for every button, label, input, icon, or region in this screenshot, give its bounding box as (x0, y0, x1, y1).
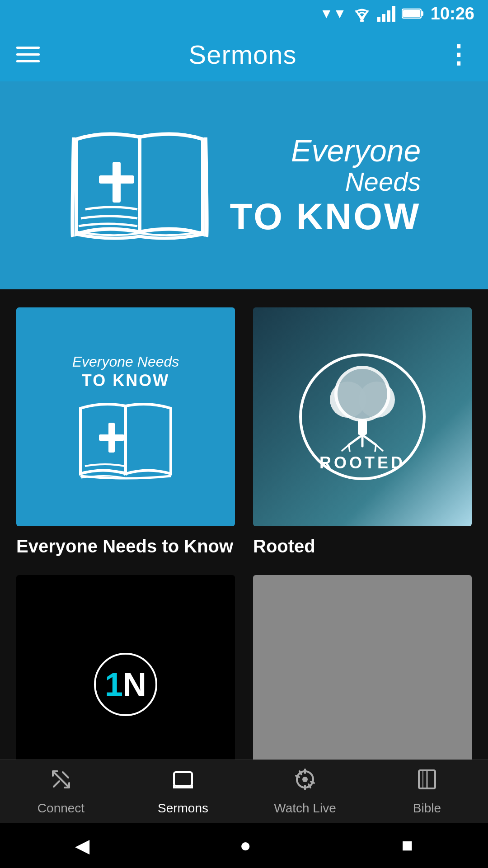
one-n-logo: 1N (89, 653, 162, 716)
svg-rect-6 (392, 6, 395, 22)
status-icons: ▼▼ 10:26 (319, 4, 474, 24)
sermons-icon (171, 768, 195, 797)
svg-rect-8 (421, 11, 423, 16)
svg-rect-15 (99, 434, 124, 441)
wifi-icon (353, 6, 371, 22)
svg-point-32 (302, 777, 308, 782)
connect-icon (49, 768, 73, 797)
signal-icon (377, 6, 395, 22)
sermon-card-entk[interactable]: Everyone NeedsTO KNOW Everyone Needs to … (16, 307, 235, 557)
svg-rect-12 (99, 175, 134, 184)
nav-item-sermons[interactable]: Sermons (122, 768, 244, 816)
sermon-card-rooted[interactable]: Rooted Rooted (253, 307, 472, 557)
rooted-label-text: Rooted (319, 453, 405, 472)
sermon-thumb-entk: Everyone NeedsTO KNOW (16, 307, 235, 526)
app-bar: Sermons ⋮ (0, 27, 488, 81)
svg-line-31 (311, 782, 314, 783)
sermon-thumb-rooted: Rooted (253, 307, 472, 526)
hero-text: Everyone Needs TO KNOW (230, 134, 421, 237)
svg-line-30 (296, 776, 299, 777)
svg-line-21 (54, 781, 59, 787)
rooted-circle: Rooted (299, 354, 426, 480)
bible-icon (415, 768, 439, 797)
sermon-title-entk: Everyone Needs to Know (16, 535, 235, 557)
battery-icon (402, 7, 424, 20)
hero-line2: Needs (230, 167, 421, 196)
svg-rect-20 (358, 419, 367, 435)
status-bar: ▼▼ 10:26 (0, 0, 488, 27)
hero-banner: Everyone Needs TO KNOW (0, 81, 488, 289)
system-nav: ◀ ● ■ (0, 823, 488, 868)
nav-item-watchlive[interactable]: Watch Live (244, 768, 366, 816)
svg-rect-9 (403, 10, 420, 17)
nav-label-connect: Connect (38, 801, 84, 816)
svg-point-19 (338, 369, 387, 419)
hero-line3: TO KNOW (230, 196, 421, 237)
hero-book-icon (67, 117, 212, 254)
entk-thumb-text: Everyone NeedsTO KNOW (72, 353, 179, 390)
hero-line1: Everyone (230, 134, 421, 168)
svg-line-22 (63, 772, 68, 778)
page-title: Sermons (188, 39, 296, 70)
bottom-nav: Connect Sermons Watch Live (0, 760, 488, 823)
recent-button[interactable]: ■ (401, 835, 413, 856)
nav-label-bible: Bible (413, 801, 441, 816)
nav-item-connect[interactable]: Connect (0, 768, 122, 816)
nav-label-sermons: Sermons (158, 801, 208, 816)
svg-rect-3 (377, 17, 380, 22)
sermon-title-rooted: Rooted (253, 535, 472, 557)
svg-rect-4 (382, 14, 385, 22)
nav-label-watchlive: Watch Live (274, 801, 336, 816)
more-options-button[interactable]: ⋮ (446, 40, 472, 69)
nav-item-bible[interactable]: Bible (366, 768, 488, 816)
wifi-icon: ▼▼ (319, 6, 346, 21)
back-button[interactable]: ◀ (75, 835, 89, 857)
svg-rect-5 (387, 10, 390, 22)
sermon-grid: Everyone NeedsTO KNOW Everyone Needs to … (0, 289, 488, 821)
home-button[interactable]: ● (240, 835, 251, 856)
svg-rect-24 (174, 772, 192, 786)
menu-button[interactable] (16, 47, 40, 62)
status-time: 10:26 (431, 4, 474, 24)
watchlive-icon (293, 768, 317, 797)
